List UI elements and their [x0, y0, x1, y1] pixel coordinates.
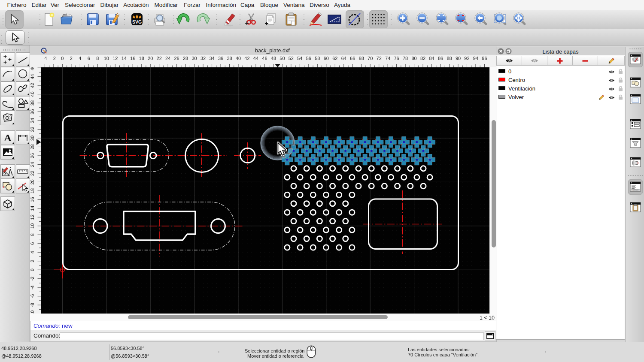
svg-text:70: 70 — [368, 56, 373, 61]
svg-text:72: 72 — [377, 56, 382, 61]
svg-text:38: 38 — [30, 100, 35, 106]
svg-text:-2: -2 — [52, 56, 56, 61]
svg-text:96: 96 — [482, 56, 487, 61]
svg-text:40: 40 — [236, 56, 241, 61]
svg-text:80: 80 — [411, 56, 416, 61]
svg-text:24: 24 — [30, 162, 35, 167]
svg-text:48: 48 — [271, 56, 276, 61]
svg-text:12: 12 — [30, 214, 35, 220]
svg-text:6: 6 — [30, 242, 35, 245]
svg-text:40: 40 — [30, 91, 35, 97]
svg-text:18: 18 — [139, 56, 144, 61]
svg-text:2: 2 — [30, 260, 35, 262]
svg-text:52: 52 — [289, 56, 294, 61]
svg-text:18: 18 — [30, 188, 35, 193]
svg-text:56: 56 — [306, 56, 311, 61]
svg-text:8: 8 — [96, 56, 99, 61]
svg-text:64: 64 — [341, 56, 346, 61]
svg-text:14: 14 — [30, 206, 35, 211]
svg-text:22: 22 — [157, 56, 162, 61]
svg-text:32: 32 — [30, 127, 35, 132]
svg-text:74: 74 — [385, 56, 390, 61]
svg-text:10: 10 — [30, 223, 35, 229]
svg-text:68: 68 — [359, 56, 364, 61]
svg-text:34: 34 — [209, 56, 214, 61]
svg-text:20: 20 — [30, 179, 35, 184]
svg-text:32: 32 — [200, 56, 206, 61]
svg-text:-4: -4 — [30, 285, 35, 290]
svg-text:60: 60 — [324, 56, 329, 61]
svg-text:42: 42 — [30, 83, 35, 88]
svg-text:44: 44 — [253, 56, 258, 61]
svg-text:62: 62 — [332, 56, 337, 61]
svg-text:76: 76 — [394, 56, 399, 61]
svg-text:2: 2 — [70, 56, 73, 61]
svg-text:44: 44 — [30, 74, 35, 79]
svg-text:-10: -10 — [30, 311, 35, 314]
svg-text:30: 30 — [191, 56, 197, 61]
svg-text:46: 46 — [30, 67, 35, 70]
svg-text:42: 42 — [244, 56, 249, 61]
svg-text:26: 26 — [30, 153, 35, 158]
svg-text:SVG: SVG — [132, 19, 142, 24]
svg-text:A: A — [4, 132, 12, 143]
svg-text:94: 94 — [473, 56, 478, 61]
svg-text:66: 66 — [350, 56, 355, 61]
svg-text:90: 90 — [456, 56, 461, 61]
svg-text:38: 38 — [227, 56, 232, 61]
svg-text:8: 8 — [30, 233, 35, 236]
svg-text:86: 86 — [438, 56, 443, 61]
svg-text:16: 16 — [130, 56, 135, 61]
svg-text:20: 20 — [148, 56, 153, 61]
svg-text:88: 88 — [447, 56, 452, 61]
svg-text:-2: -2 — [30, 277, 35, 281]
svg-text:54: 54 — [297, 56, 302, 61]
svg-text:36: 36 — [30, 109, 35, 114]
svg-text:24: 24 — [165, 56, 170, 61]
svg-text:6: 6 — [88, 56, 90, 61]
svg-text:28: 28 — [183, 56, 188, 61]
svg-text:-8: -8 — [30, 303, 35, 307]
svg-text:26: 26 — [174, 56, 179, 61]
svg-text:58: 58 — [315, 56, 320, 61]
svg-text:50: 50 — [279, 56, 285, 61]
svg-text:84: 84 — [429, 56, 434, 61]
svg-text:14: 14 — [122, 56, 127, 61]
svg-text:command: command — [632, 189, 638, 191]
svg-text:4: 4 — [79, 56, 81, 61]
svg-text:16: 16 — [30, 197, 35, 202]
svg-text:46: 46 — [262, 56, 267, 61]
svg-text:4: 4 — [30, 251, 35, 253]
svg-text:-6: -6 — [30, 294, 35, 299]
svg-text:0: 0 — [30, 268, 35, 271]
svg-text:22: 22 — [30, 171, 35, 176]
svg-text:12: 12 — [112, 56, 118, 61]
svg-text:36: 36 — [218, 56, 223, 61]
svg-text:28: 28 — [30, 144, 35, 149]
svg-text:92: 92 — [464, 56, 469, 61]
svg-text:82: 82 — [420, 56, 425, 61]
svg-text:30: 30 — [30, 136, 35, 141]
svg-text:10: 10 — [104, 56, 109, 61]
svg-text:78: 78 — [403, 56, 408, 61]
svg-text:0: 0 — [61, 56, 64, 61]
svg-text:-4: -4 — [43, 56, 47, 61]
svg-text:34: 34 — [30, 118, 35, 123]
